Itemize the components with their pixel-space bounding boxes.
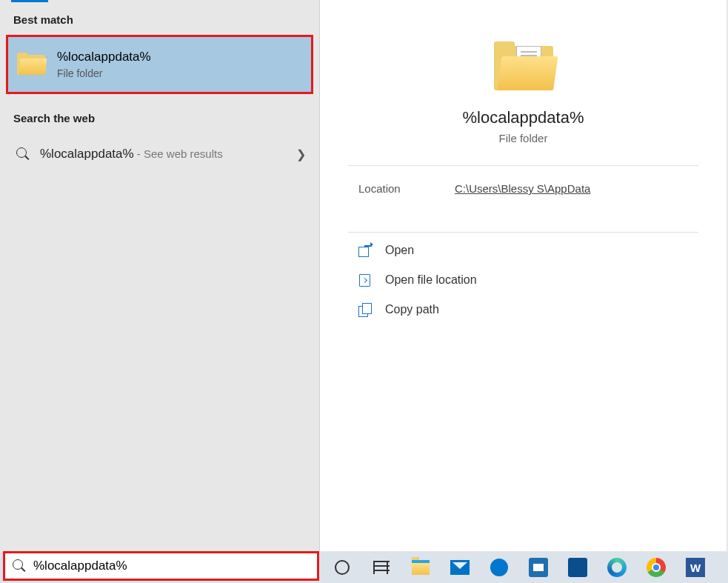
action-open-label: Open <box>385 244 414 257</box>
cortana-icon <box>335 560 350 575</box>
best-match-title: %localappdata% <box>57 50 151 64</box>
detail-title: %localappdata% <box>326 108 721 127</box>
mail-icon <box>450 560 470 575</box>
action-copy-path-label: Copy path <box>385 303 439 316</box>
tips-button[interactable] <box>558 553 597 582</box>
store-icon <box>529 558 548 577</box>
search-bar[interactable] <box>3 551 319 581</box>
location-label: Location <box>358 182 455 195</box>
task-view-icon <box>373 561 390 574</box>
store-button[interactable] <box>519 553 558 582</box>
search-results-panel: Best match %localappdata% File folder Se… <box>0 0 320 551</box>
cortana-button[interactable] <box>323 553 361 582</box>
edge-button[interactable] <box>598 553 636 582</box>
copy-icon <box>358 303 372 316</box>
chrome-icon <box>647 558 666 577</box>
file-explorer-icon <box>412 560 430 575</box>
detail-subtitle: File folder <box>326 132 721 144</box>
word-icon: W <box>686 558 705 577</box>
web-suffix: - See web results <box>134 147 223 160</box>
edge-icon <box>607 558 627 577</box>
best-match-subtitle: File folder <box>57 67 151 79</box>
search-input[interactable] <box>33 553 317 579</box>
search-icon <box>16 147 30 161</box>
open-location-icon <box>358 273 372 287</box>
web-query: %localappdata% <box>40 147 134 161</box>
search-web-header: Search the web <box>0 94 319 133</box>
chrome-button[interactable] <box>637 553 675 582</box>
action-open-location-label: Open file location <box>385 273 477 287</box>
open-icon <box>358 244 372 257</box>
tips-icon <box>568 558 587 577</box>
task-view-button[interactable] <box>362 553 401 582</box>
dell-button[interactable] <box>480 553 518 582</box>
action-copy-path[interactable]: Copy path <box>358 295 698 324</box>
mail-button[interactable] <box>441 553 479 582</box>
word-button[interactable]: W <box>676 553 715 582</box>
dell-icon <box>490 559 508 576</box>
chevron-right-icon: ❯ <box>296 147 306 161</box>
folder-icon <box>494 41 553 95</box>
search-icon <box>13 559 26 573</box>
best-match-header: Best match <box>0 0 319 35</box>
folder-icon <box>17 53 45 76</box>
action-open[interactable]: Open <box>358 236 698 265</box>
detail-panel: %localappdata% File folder Location C:\U… <box>320 0 727 551</box>
web-search-result[interactable]: %localappdata% - See web results ❯ <box>0 133 319 175</box>
file-explorer-button[interactable] <box>401 553 440 582</box>
action-open-file-location[interactable]: Open file location <box>358 265 698 295</box>
best-match-result[interactable]: %localappdata% File folder <box>6 35 313 94</box>
tab-accent <box>11 0 48 2</box>
location-row: Location C:\Users\Blessy S\AppData <box>326 166 721 211</box>
location-link[interactable]: C:\Users\Blessy S\AppData <box>455 182 590 195</box>
